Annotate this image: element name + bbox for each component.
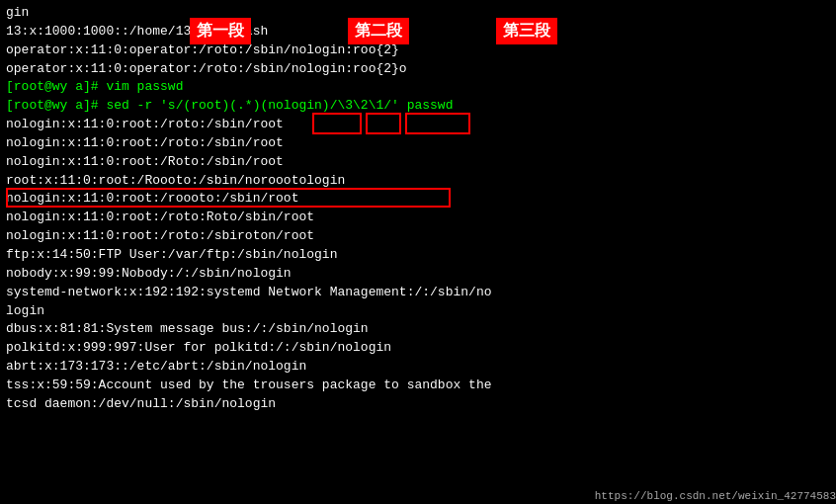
line-18: dbus:x:81:81:System message bus:/:/sbin/… (6, 320, 830, 339)
line-3: operator:x:11:0:operator:/roto:/sbin/nol… (6, 42, 830, 60)
line-9: nologin:x:11:0:root:/Roto:/sbin/root (6, 153, 830, 172)
watermark: https://blog.csdn.net/weixin_42774583 (595, 490, 836, 502)
line-16: systemd-network:x:192:192:systemd Networ… (6, 284, 830, 302)
line-6: [root@wy a]# sed -r 's/(root)(.*)(nologi… (6, 97, 830, 116)
line-21: tss:x:59:59:Account used by the trousers… (6, 377, 830, 395)
line-2: 13:x:1000:1000::/home/13:/bin/bash (6, 23, 830, 42)
line-4: operator:x:11:0:operator:/roto:/sbin/nol… (6, 60, 830, 79)
line-8: nologin:x:11:0:root:/roto:/sbin/root (6, 134, 830, 153)
line-15: nobody:x:99:99:Nobody:/:/sbin/nologin (6, 265, 830, 284)
line-17: login (6, 302, 830, 321)
line-10: root:x:11:0:root:/Roooto:/sbin/noroootol… (6, 172, 830, 191)
line-20: abrt:x:173:173::/etc/abrt:/sbin/nologin (6, 358, 830, 377)
line-7: nologin:x:11:0:root:/roto:/sbin/root (6, 116, 830, 134)
line-22: tcsd daemon:/dev/null:/sbin/nologin (6, 395, 830, 414)
line-13: nologin:x:11:0:root:/roto:/sbiroton/root (6, 227, 830, 246)
terminal: gin 13:x:1000:1000::/home/13:/bin/bash o… (0, 0, 836, 504)
line-12: nologin:x:11:0:root:/roto:Roto/sbin/root (6, 209, 830, 227)
line-19: polkitd:x:999:997:User for polkitd:/:/sb… (6, 339, 830, 358)
line-1: gin (6, 4, 830, 23)
line-11: nologin:x:11:0:root:/roooto:/sbin/root (6, 190, 830, 209)
line-14: ftp:x:14:50:FTP User:/var/ftp:/sbin/nolo… (6, 246, 830, 265)
line-5: [root@wy a]# vim passwd (6, 78, 830, 97)
